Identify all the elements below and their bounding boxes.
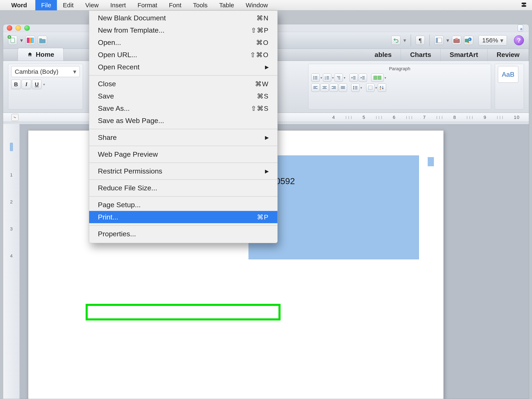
menu-open[interactable]: Open...⌘O xyxy=(89,36,278,49)
svg-rect-39 xyxy=(332,86,336,87)
numbering-icon[interactable]: 123 xyxy=(323,74,331,82)
svg-rect-22 xyxy=(337,76,340,77)
show-formatting-icon[interactable]: ¶ xyxy=(416,36,425,45)
increase-indent-icon[interactable] xyxy=(359,74,367,82)
bullets-icon[interactable] xyxy=(311,74,320,82)
media-browser-icon[interactable] xyxy=(464,36,473,45)
underline-button[interactable]: U xyxy=(32,80,42,89)
menu-font[interactable]: Font xyxy=(163,0,187,10)
home-icon xyxy=(27,52,33,57)
zoom-selector[interactable]: 156%▾ xyxy=(479,35,507,45)
menu-open-url[interactable]: Open URL...⇧⌘O xyxy=(89,49,278,61)
svg-rect-38 xyxy=(323,88,327,89)
italic-button[interactable]: I xyxy=(22,80,31,89)
toolbox-icon[interactable] xyxy=(452,36,461,45)
minimize-window-button[interactable] xyxy=(16,25,21,31)
svg-rect-3 xyxy=(32,38,34,43)
svg-text:Z: Z xyxy=(380,88,381,90)
menu-table[interactable]: Table xyxy=(213,0,240,10)
zoom-window-button[interactable] xyxy=(24,25,30,31)
svg-rect-32 xyxy=(378,76,381,80)
sidebar-icon[interactable] xyxy=(434,36,443,45)
multilevel-list-icon[interactable] xyxy=(335,74,343,82)
menu-save-web[interactable]: Save as Web Page... xyxy=(89,114,278,127)
menu-properties[interactable]: Properties... xyxy=(89,228,278,240)
menu-save-as[interactable]: Save As...⇧⌘S xyxy=(89,102,278,114)
menu-view[interactable]: View xyxy=(79,0,104,10)
svg-rect-1 xyxy=(27,38,29,43)
open-from-template-icon[interactable] xyxy=(26,36,35,45)
borders-icon[interactable] xyxy=(366,83,374,92)
menu-file[interactable]: File xyxy=(35,0,57,10)
help-icon[interactable]: ? xyxy=(514,35,524,45)
tab-charts[interactable]: Charts xyxy=(401,49,440,61)
menu-share[interactable]: Share▶ xyxy=(89,131,278,144)
menu-restrict-permissions[interactable]: Restrict Permissions▶ xyxy=(89,165,278,177)
ruler-mark: 3 xyxy=(10,226,13,232)
svg-rect-36 xyxy=(323,86,327,87)
styles-group: AaB xyxy=(495,64,524,109)
ruler-mark: 2 xyxy=(10,199,13,205)
menu-window[interactable]: Window xyxy=(240,0,274,10)
mac-menubar: Word File Edit View Insert Format Font T… xyxy=(0,0,532,10)
menu-edit[interactable]: Edit xyxy=(57,0,79,10)
justify-icon[interactable] xyxy=(339,83,347,92)
document-proxy-icon[interactable] xyxy=(518,25,523,31)
svg-rect-27 xyxy=(353,79,355,79)
menu-separator xyxy=(89,225,278,226)
menu-insert[interactable]: Insert xyxy=(105,0,132,10)
svg-rect-25 xyxy=(353,76,355,77)
menu-open-recent[interactable]: Open Recent▶ xyxy=(89,61,278,73)
svg-rect-7 xyxy=(456,38,458,40)
align-center-icon[interactable] xyxy=(320,83,329,92)
paragraph-group: Paragraph ▾ 123▾ ▾ ▾ ▾ ▾ AZ xyxy=(308,64,491,109)
svg-rect-29 xyxy=(362,77,365,78)
bold-button[interactable]: B xyxy=(11,80,21,89)
tab-stop-selector[interactable]: ⤷ xyxy=(12,114,19,121)
ruler-mark: 8 xyxy=(453,115,456,120)
menu-new-template[interactable]: New from Template...⇧⌘P xyxy=(89,24,278,36)
menu-reduce-size[interactable]: Reduce File Size... xyxy=(89,182,278,194)
new-document-icon[interactable]: + xyxy=(8,36,17,45)
submenu-arrow-icon: ▶ xyxy=(265,168,269,174)
open-icon[interactable] xyxy=(38,36,47,45)
align-right-icon[interactable] xyxy=(329,83,338,92)
undo-icon[interactable] xyxy=(391,36,400,45)
menu-new-blank[interactable]: New Blank Document⌘N xyxy=(89,12,278,24)
svg-rect-35 xyxy=(313,88,317,89)
svg-rect-0 xyxy=(11,38,14,43)
menu-format[interactable]: Format xyxy=(132,0,163,10)
menu-print[interactable]: Print...⌘P xyxy=(89,211,278,223)
menu-page-setup[interactable]: Page Setup... xyxy=(89,199,278,211)
menu-web-preview[interactable]: Web Page Preview xyxy=(89,148,278,160)
app-name[interactable]: Word xyxy=(11,2,27,9)
svg-rect-47 xyxy=(355,89,357,89)
ruler-indent-marker[interactable] xyxy=(10,143,13,151)
font-name-value: Cambria (Body) xyxy=(15,68,58,75)
ruler-mark: 10 xyxy=(514,115,520,120)
close-window-button[interactable] xyxy=(7,25,12,31)
menu-save[interactable]: Save⌘S xyxy=(89,90,278,102)
sort-icon[interactable]: AZ xyxy=(378,83,386,92)
menu-separator xyxy=(89,196,278,196)
tab-smartart[interactable]: SmartArt xyxy=(441,49,488,61)
text-direction-icon[interactable] xyxy=(371,74,384,82)
svg-rect-28 xyxy=(362,76,365,77)
tab-home[interactable]: Home xyxy=(18,48,63,61)
traffic-lights xyxy=(7,25,30,31)
ruler-mark: 1 xyxy=(10,172,13,178)
menu-close[interactable]: Close⌘W xyxy=(89,78,278,90)
menu-tools[interactable]: Tools xyxy=(187,0,213,10)
font-name-selector[interactable]: Cambria (Body) ▾ xyxy=(11,66,80,77)
svg-rect-15 xyxy=(315,79,317,79)
tab-tables[interactable]: ables xyxy=(366,49,401,61)
svg-rect-37 xyxy=(323,87,326,88)
align-left-icon[interactable] xyxy=(311,83,320,92)
decrease-indent-icon[interactable] xyxy=(349,74,358,82)
style-preview[interactable]: AaB xyxy=(498,66,518,83)
script-menu-icon[interactable] xyxy=(521,2,527,9)
svg-point-12 xyxy=(313,77,314,78)
line-spacing-icon[interactable] xyxy=(351,83,360,92)
tab-review[interactable]: Review xyxy=(488,49,529,61)
vertical-ruler[interactable]: 1 2 3 4 xyxy=(3,124,20,399)
